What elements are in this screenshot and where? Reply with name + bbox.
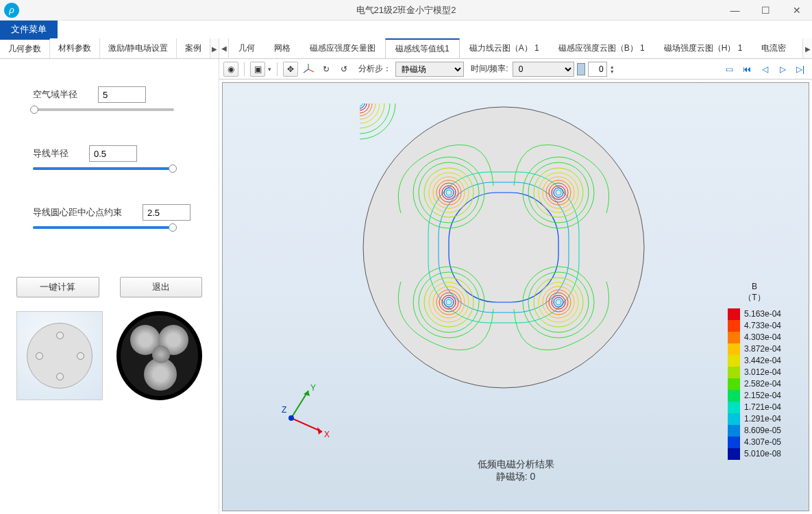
- maximize-button[interactable]: ☐: [750, 0, 781, 21]
- contour-plot: [360, 103, 648, 391]
- minimize-button[interactable]: —: [719, 0, 750, 21]
- title-bar: ρ 电气21级2班金小宁模型2 — ☐ ✕: [0, 0, 812, 21]
- legend-color-swatch: [728, 448, 740, 460]
- frame-number-input[interactable]: [588, 62, 607, 77]
- step-back-icon[interactable]: ◁: [757, 62, 772, 77]
- right-tabs-scroll-left-icon[interactable]: ◀: [219, 38, 229, 58]
- params-area: 空气域半径 导线半径 导: [0, 59, 219, 270]
- legend-value: 2.152e-04: [744, 390, 781, 402]
- pan-icon[interactable]: ✥: [283, 62, 298, 77]
- tab-b-contour[interactable]: 磁感线等值线1: [385, 38, 460, 58]
- svg-line-2: [304, 69, 308, 73]
- center-distance-slider[interactable]: [33, 226, 174, 229]
- svg-point-3: [363, 107, 644, 388]
- tab-b-cloud[interactable]: 磁感应强度云图（B） 1: [549, 38, 654, 58]
- dropdown-icon[interactable]: ▾: [268, 66, 271, 73]
- legend-value: 4.307e-05: [744, 437, 781, 448]
- tab-geometry[interactable]: 几何: [229, 38, 264, 58]
- center-distance-label: 导线圆心距中心点约束: [33, 206, 122, 219]
- tab-current[interactable]: 电流密: [752, 38, 796, 58]
- time-label: 时间/频率:: [471, 63, 508, 75]
- rotate-ccw-icon[interactable]: ↺: [336, 62, 352, 77]
- tab-excitation-settings[interactable]: 激励/静电场设置: [100, 38, 177, 58]
- legend-color-swatch: [728, 332, 740, 343]
- param-wire-radius: 导线半径: [33, 145, 199, 170]
- legend-value: 3.012e-04: [744, 367, 781, 378]
- center-distance-input[interactable]: [143, 204, 190, 221]
- legend-color-swatch: [728, 425, 740, 437]
- svg-point-23: [288, 415, 294, 421]
- step-select[interactable]: 静磁场: [395, 62, 464, 77]
- window-title: 电气21级2班金小宁模型2: [356, 4, 456, 16]
- svg-point-16: [360, 103, 362, 106]
- frame-step-down-icon[interactable]: ▼: [610, 69, 615, 74]
- air-radius-slider[interactable]: [33, 108, 174, 111]
- step-label: 分析步：: [358, 63, 391, 75]
- coordinate-triad-icon: X Y Z: [271, 384, 332, 445]
- step-forward-icon[interactable]: ▷|: [793, 62, 808, 77]
- legend-value: 4.733e-04: [744, 320, 781, 332]
- thumbnail-model[interactable]: [16, 311, 103, 400]
- legend-color-swatch: [728, 320, 740, 332]
- legend-value: 5.163e-04: [744, 308, 781, 320]
- legend-color-swatch: [728, 355, 740, 367]
- rotate-cw-icon[interactable]: ↻: [319, 62, 334, 77]
- legend-value: 4.303e-04: [744, 332, 781, 343]
- legend-color-swatch: [728, 402, 740, 413]
- record-icon[interactable]: ▭: [722, 62, 737, 77]
- svg-text:Z: Z: [282, 405, 286, 415]
- viewport[interactable]: X Y Z 低频电磁分析结果 静磁场: 0 B （T） 5.163e-044.7…: [222, 82, 809, 511]
- legend-color-swatch: [728, 437, 740, 448]
- axes-xyz-icon[interactable]: [301, 62, 316, 77]
- frame-step-up-icon[interactable]: ▲: [610, 64, 615, 69]
- tab-b-vector[interactable]: 磁感应强度矢量图: [300, 38, 385, 58]
- legend-color-swatch: [728, 390, 740, 402]
- svg-text:X: X: [324, 430, 330, 439]
- wire-radius-label: 导线半径: [33, 147, 69, 160]
- tab-cases[interactable]: 案例: [177, 38, 210, 58]
- legend-color-swatch: [728, 367, 740, 378]
- close-button[interactable]: ✕: [781, 0, 812, 21]
- param-center-distance: 导线圆心距中心点约束: [33, 204, 199, 229]
- play-icon[interactable]: ▷: [775, 62, 790, 77]
- svg-point-11: [360, 103, 376, 119]
- tab-h-cloud[interactable]: 磁场强度云图（H） 1: [654, 38, 752, 58]
- tab-material-params[interactable]: 材料参数: [50, 38, 100, 58]
- legend-value: 3.872e-04: [744, 343, 781, 355]
- svg-point-10: [360, 103, 380, 123]
- left-tabs-scroll-right-icon[interactable]: ▶: [210, 38, 219, 59]
- legend-color-swatch: [728, 308, 740, 320]
- legend-value: 8.609e-05: [744, 425, 781, 437]
- wire-radius-input[interactable]: [89, 145, 137, 162]
- color-legend: B （T） 5.163e-044.733e-044.303e-043.872e-…: [728, 282, 781, 460]
- cube-view-icon[interactable]: ▣: [250, 62, 265, 77]
- legend-color-swatch: [728, 343, 740, 355]
- legend-value: 2.582e-04: [744, 378, 781, 390]
- calculate-button[interactable]: 一键计算: [16, 277, 99, 297]
- legend-unit: （T）: [728, 293, 781, 304]
- right-tabs-scroll-right-icon[interactable]: ▶: [802, 38, 812, 59]
- legend-value: 5.010e-08: [744, 448, 781, 460]
- thumbnail-cable-photo[interactable]: [116, 311, 202, 400]
- air-radius-input[interactable]: [98, 86, 146, 103]
- left-tabs: 几何参数 材料参数 激励/静电场设置 案例 ▶: [0, 38, 219, 59]
- file-menu[interactable]: 文件菜单: [0, 21, 58, 38]
- svg-marker-21: [304, 391, 310, 396]
- menu-bar: 文件菜单: [0, 21, 812, 38]
- result-caption: 低频电磁分析结果 静磁场: 0: [478, 458, 554, 483]
- time-indicator-icon: [577, 63, 585, 75]
- camera-icon[interactable]: ◉: [223, 62, 238, 77]
- tab-mesh[interactable]: 网格: [264, 38, 300, 58]
- svg-point-9: [360, 103, 384, 128]
- skip-start-icon[interactable]: ⏮: [739, 62, 754, 77]
- wire-radius-slider[interactable]: [33, 167, 174, 170]
- tab-geometry-params[interactable]: 几何参数: [0, 38, 50, 58]
- time-select[interactable]: 0: [513, 62, 574, 77]
- param-air-radius: 空气域半径: [33, 86, 199, 111]
- app-logo-icon: ρ: [4, 3, 19, 18]
- tab-a-cloud[interactable]: 磁力线云图（A） 1: [460, 38, 549, 58]
- legend-color-swatch: [728, 378, 740, 390]
- exit-button[interactable]: 退出: [120, 277, 203, 297]
- legend-value: 3.442e-04: [744, 355, 781, 367]
- legend-color-swatch: [728, 413, 740, 425]
